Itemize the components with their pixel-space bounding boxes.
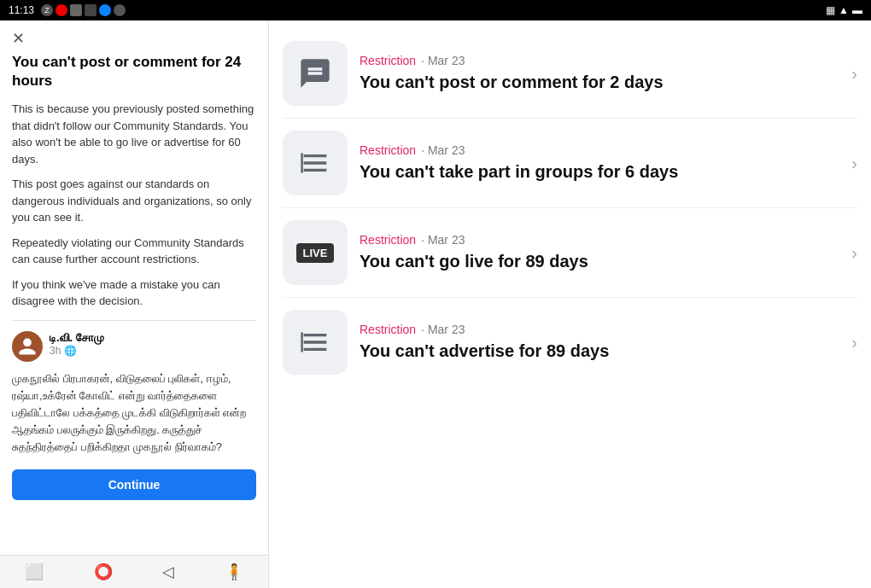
close-btn-row: ✕ xyxy=(0,20,268,53)
time-display: 11:13 xyxy=(9,4,34,16)
restriction-date-1: · Mar 23 xyxy=(421,54,465,67)
restriction-date-4: · Mar 23 xyxy=(421,323,465,336)
comment-icon xyxy=(298,56,332,90)
restriction-icon-box-live: LIVE xyxy=(283,220,348,285)
post-header-row: டி.வி. சோமு 3h 🌐 xyxy=(12,331,256,362)
restriction-label-2: Restriction xyxy=(360,143,416,157)
bottom-nav: ⬜ ⭕ ◁ 🧍 xyxy=(0,555,268,588)
status-bar: 11:13 Z ▦ ▲ ▬ xyxy=(0,0,871,20)
restriction-text-col-2: Restriction · Mar 23 You can't take part… xyxy=(360,143,839,183)
post-globe-icon: 🌐 xyxy=(64,345,77,357)
restriction-title-2: You can't take part in groups for 6 days xyxy=(360,160,839,183)
restriction-title-1: You can't post or comment for 2 days xyxy=(360,71,839,93)
restriction-text-col-4: Restriction · Mar 23 You can't advertise… xyxy=(360,323,839,362)
post-author: டி.வி. சோமு xyxy=(50,331,104,345)
restriction-text-col-1: Restriction · Mar 23 You can't post or c… xyxy=(360,54,839,93)
restriction-date-3: · Mar 23 xyxy=(421,233,465,247)
restriction-icon-box-comment xyxy=(283,41,348,106)
signal-icon: ▲ xyxy=(839,4,849,16)
panel-title: You can't post or comment for 24 hours xyxy=(12,53,256,90)
left-content: You can't post or comment for 24 hours T… xyxy=(0,53,268,555)
chevron-right-icon-1: › xyxy=(851,64,857,84)
restriction-label-4: Restriction xyxy=(360,323,416,336)
status-bar-left: 11:13 Z xyxy=(9,4,126,16)
avatar xyxy=(12,331,43,362)
restriction-item-3[interactable]: LIVE Restriction · Mar 23 You can't go l… xyxy=(283,208,857,298)
chevron-right-icon-4: › xyxy=(851,333,857,352)
left-panel: ✕ You can't post or comment for 24 hours… xyxy=(0,20,269,588)
restriction-date-2: · Mar 23 xyxy=(421,143,465,157)
status-bar-right: ▦ ▲ ▬ xyxy=(826,4,862,16)
nav-home-icon[interactable]: ⬜ xyxy=(25,562,44,581)
main-container: ✕ You can't post or comment for 24 hours… xyxy=(0,20,871,588)
restriction-label-row-4: Restriction · Mar 23 xyxy=(360,323,839,336)
nav-back-icon[interactable]: ⭕ xyxy=(94,562,113,581)
svg-rect-1 xyxy=(301,332,303,352)
body-text-3: Repeatedly violating our Community Stand… xyxy=(12,235,256,268)
nav-recent-icon[interactable]: ◁ xyxy=(162,562,174,581)
wifi-icon: ▦ xyxy=(826,4,835,16)
close-button[interactable]: ✕ xyxy=(12,30,25,47)
right-panel: Restriction · Mar 23 You can't post or c… xyxy=(269,20,871,588)
restriction-text-col-3: Restriction · Mar 23 You can't go live f… xyxy=(360,233,839,272)
divider xyxy=(12,320,256,321)
chevron-right-icon-3: › xyxy=(851,243,857,263)
post-time: 3h xyxy=(50,345,61,357)
restriction-label-row-1: Restriction · Mar 23 xyxy=(360,54,839,67)
body-text-2: This post goes against our standards on … xyxy=(12,176,256,226)
restriction-label-3: Restriction xyxy=(360,233,416,247)
svg-rect-0 xyxy=(301,153,303,172)
battery-icon: ▬ xyxy=(852,4,862,16)
restriction-label-row-2: Restriction · Mar 23 xyxy=(360,143,839,157)
body-text-1: This is because you previously posted so… xyxy=(12,101,256,167)
restriction-icon-box-advertise xyxy=(283,310,348,375)
restriction-item-2[interactable]: Restriction · Mar 23 You can't take part… xyxy=(283,119,857,208)
post-meta: டி.வி. சோமு 3h 🌐 xyxy=(50,331,104,357)
nav-profile-icon[interactable]: 🧍 xyxy=(225,562,243,581)
notification-icons: Z xyxy=(41,4,126,16)
chevron-right-icon-2: › xyxy=(851,154,857,173)
continue-button[interactable]: Continue xyxy=(12,469,256,500)
restriction-item-4[interactable]: Restriction · Mar 23 You can't advertise… xyxy=(283,298,857,387)
restriction-title-3: You can't go live for 89 days xyxy=(360,250,839,272)
body-text-4: If you think we've made a mistake you ca… xyxy=(12,277,256,310)
restriction-item[interactable]: Restriction · Mar 23 You can't post or c… xyxy=(283,29,857,119)
restriction-label-row-3: Restriction · Mar 23 xyxy=(360,233,839,247)
post-content: முகநூலில் பிரபாகரன், விடுதலைப் புலிகள், … xyxy=(12,370,256,457)
post-time-row: 3h 🌐 xyxy=(50,345,104,357)
groups-icon xyxy=(298,146,332,180)
advertise-icon xyxy=(298,325,332,359)
restriction-label-1: Restriction xyxy=(360,54,416,67)
live-badge: LIVE xyxy=(296,243,335,263)
restriction-title-4: You can't advertise for 89 days xyxy=(360,340,839,362)
restriction-icon-box-groups xyxy=(283,131,348,195)
